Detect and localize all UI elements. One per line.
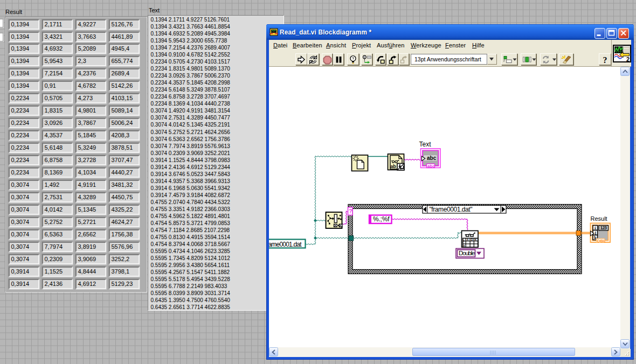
- svg-text:Double: Double: [459, 250, 475, 256]
- svg-text:2: 2: [626, 56, 630, 62]
- svg-text:?: ?: [603, 55, 607, 64]
- svg-text:123: 123: [600, 225, 607, 230]
- svg-text:abc: abc: [427, 155, 437, 161]
- svg-text:ab: ab: [390, 164, 396, 169]
- svg-text:DBL: DBL: [597, 239, 606, 243]
- svg-text:ame0001.dat: ame0001.dat: [269, 241, 302, 248]
- svg-text:abc: abc: [427, 164, 435, 169]
- svg-text:x: x: [463, 244, 465, 247]
- svg-text:Result: Result: [590, 215, 607, 222]
- svg-text:?: ?: [349, 208, 352, 214]
- svg-text:Text: Text: [419, 141, 431, 148]
- svg-text:"frame0001.dat": "frame0001.dat": [429, 206, 472, 213]
- svg-text:%.;%f: %.;%f: [373, 215, 390, 223]
